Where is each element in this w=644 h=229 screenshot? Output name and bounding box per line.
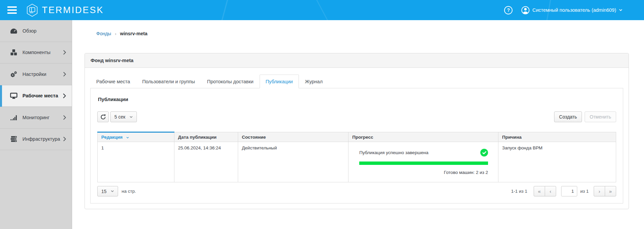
range-label: 1-1 из 1 bbox=[511, 189, 527, 194]
first-page-button[interactable]: « bbox=[534, 186, 545, 196]
double-chevron-right-icon: » bbox=[609, 188, 612, 194]
create-button[interactable]: Создать bbox=[554, 111, 582, 122]
user-menu[interactable]: Системный пользователь (admin609) bbox=[521, 6, 623, 14]
chevron-right-icon bbox=[63, 50, 66, 55]
breadcrumb-separator-icon: › bbox=[115, 31, 116, 36]
table-row[interactable]: 1 25.06.2024, 14:36:24 Действительный Пу… bbox=[98, 142, 616, 182]
pool-card-body: Рабочие места Пользователи и группы Прот… bbox=[85, 68, 629, 209]
sidebar-item-label: Рабочие места bbox=[22, 93, 62, 98]
server-icon bbox=[10, 136, 18, 142]
publications-table: Редакция Дата публикации Состояние Прогр… bbox=[97, 132, 616, 182]
gears-icon bbox=[10, 71, 18, 78]
next-page-button[interactable]: › bbox=[594, 186, 605, 196]
column-header-revision[interactable]: Редакция bbox=[98, 132, 174, 142]
success-check-icon bbox=[480, 149, 488, 156]
page-number-input[interactable] bbox=[561, 186, 577, 196]
progress-status-text: Публикация успешно завершена bbox=[359, 150, 428, 155]
main-content: Фонды › winsrv-meta Фонд winsrv-meta Раб… bbox=[72, 20, 644, 229]
refresh-interval-value: 5 сек bbox=[114, 114, 125, 120]
sidebar: Обзор Компоненты bbox=[0, 20, 72, 229]
tab-workplaces[interactable]: Рабочие места bbox=[90, 75, 136, 88]
pagination: 1-1 из 1 « ‹ из 1 › » bbox=[511, 186, 616, 196]
cell-progress: Публикация успешно завершена Готово маши… bbox=[348, 142, 498, 182]
sidebar-item-label: Настройки bbox=[22, 72, 63, 77]
app-header: TERMIDESK ? Системный пользователь (admi… bbox=[0, 0, 644, 20]
help-button[interactable]: ? bbox=[504, 6, 513, 14]
tab-publications[interactable]: Публикации bbox=[260, 75, 299, 88]
panel-title: Публикации bbox=[98, 96, 616, 102]
table-header-row: Редакция Дата публикации Состояние Прогр… bbox=[98, 132, 616, 142]
monitor-icon bbox=[10, 93, 18, 99]
tab-journal[interactable]: Журнал bbox=[299, 75, 329, 88]
pool-card-title: Фонд winsrv-meta bbox=[85, 53, 629, 68]
progress-bar bbox=[359, 162, 488, 165]
double-chevron-left-icon: « bbox=[538, 188, 541, 194]
cancel-button[interactable]: Отменить bbox=[585, 111, 616, 122]
prev-page-button[interactable]: ‹ bbox=[545, 186, 556, 196]
cubes-icon bbox=[10, 49, 18, 56]
chevron-left-icon: ‹ bbox=[550, 188, 551, 194]
per-page-label: на стр. bbox=[122, 189, 136, 194]
table-footer: 15 на стр. 1-1 из 1 « ‹ из 1 bbox=[97, 186, 616, 196]
cell-revision: 1 bbox=[98, 142, 174, 182]
chevron-down-icon bbox=[129, 116, 133, 118]
question-circle-icon: ? bbox=[507, 7, 510, 13]
page-of-label: из 1 bbox=[580, 189, 589, 194]
toolbar: 5 сек Создать Отменить bbox=[97, 111, 616, 122]
brand-home-link[interactable]: TERMIDESK bbox=[26, 3, 104, 17]
last-page-button[interactable]: » bbox=[605, 186, 616, 196]
column-header-state[interactable]: Состояние bbox=[238, 132, 348, 142]
tab-users-groups[interactable]: Пользователи и группы bbox=[136, 75, 201, 88]
sidebar-item-components[interactable]: Компоненты bbox=[0, 42, 72, 64]
sort-desc-icon bbox=[126, 137, 129, 139]
sidebar-item-label: Инфраструктура bbox=[22, 136, 63, 142]
column-header-progress[interactable]: Прогресс bbox=[348, 132, 498, 142]
sidebar-item-settings[interactable]: Настройки bbox=[0, 63, 72, 85]
cell-state: Действительный bbox=[238, 142, 348, 182]
chevron-down-icon bbox=[619, 9, 623, 11]
brand-wordmark: TERMIDESK bbox=[42, 5, 104, 15]
column-header-reason[interactable]: Причина bbox=[498, 132, 616, 142]
pool-card: Фонд winsrv-meta Рабочие места Пользоват… bbox=[85, 53, 629, 209]
sidebar-item-label: Компоненты bbox=[22, 50, 63, 55]
breadcrumb: Фонды › winsrv-meta bbox=[96, 31, 629, 36]
refresh-interval-select[interactable]: 5 сек bbox=[110, 111, 137, 122]
chevron-right-icon bbox=[63, 136, 66, 142]
sidebar-item-label: Обзор bbox=[22, 28, 66, 34]
cell-publish-date: 25.06.2024, 14:36:24 bbox=[174, 142, 238, 182]
user-name-label: Системный пользователь (admin609) bbox=[532, 7, 616, 13]
progress-detail: Готово машин: 2 из 2 bbox=[359, 170, 488, 175]
sidebar-item-label: Мониторинг bbox=[22, 115, 63, 120]
chevron-right-icon: › bbox=[599, 188, 600, 194]
chevron-right-icon bbox=[62, 93, 66, 99]
page-size-value: 15 bbox=[101, 189, 107, 194]
cell-reason: Запуск фонда ВРМ bbox=[498, 142, 616, 182]
column-header-publish-date[interactable]: Дата публикации bbox=[174, 132, 238, 142]
sidebar-item-overview[interactable]: Обзор bbox=[0, 20, 72, 42]
menu-toggle-button[interactable] bbox=[7, 6, 17, 14]
sidebar-item-infrastructure[interactable]: Инфраструктура bbox=[0, 129, 72, 150]
sidebar-item-workplaces[interactable]: Рабочие места bbox=[0, 85, 72, 107]
breadcrumb-link-pools[interactable]: Фонды bbox=[96, 31, 111, 36]
tab-delivery-protocols[interactable]: Протоколы доставки bbox=[201, 75, 259, 88]
page-size-select[interactable]: 15 bbox=[97, 186, 118, 196]
termidesk-logo-icon bbox=[26, 3, 38, 17]
chevron-right-icon bbox=[63, 115, 66, 120]
hamburger-icon bbox=[7, 6, 17, 8]
sidebar-item-monitoring[interactable]: Мониторинг bbox=[0, 107, 72, 129]
tab-bar: Рабочие места Пользователи и группы Прот… bbox=[90, 75, 623, 88]
refresh-button[interactable] bbox=[97, 111, 109, 122]
breadcrumb-current: winsrv-meta bbox=[120, 31, 148, 36]
refresh-icon bbox=[100, 114, 106, 120]
chevron-down-icon bbox=[111, 190, 114, 192]
publications-panel: Публикации 5 сек bbox=[90, 88, 623, 203]
user-icon bbox=[521, 6, 530, 14]
chevron-right-icon bbox=[63, 72, 66, 77]
bar-chart-icon bbox=[10, 114, 18, 121]
gauge-icon bbox=[10, 28, 18, 34]
